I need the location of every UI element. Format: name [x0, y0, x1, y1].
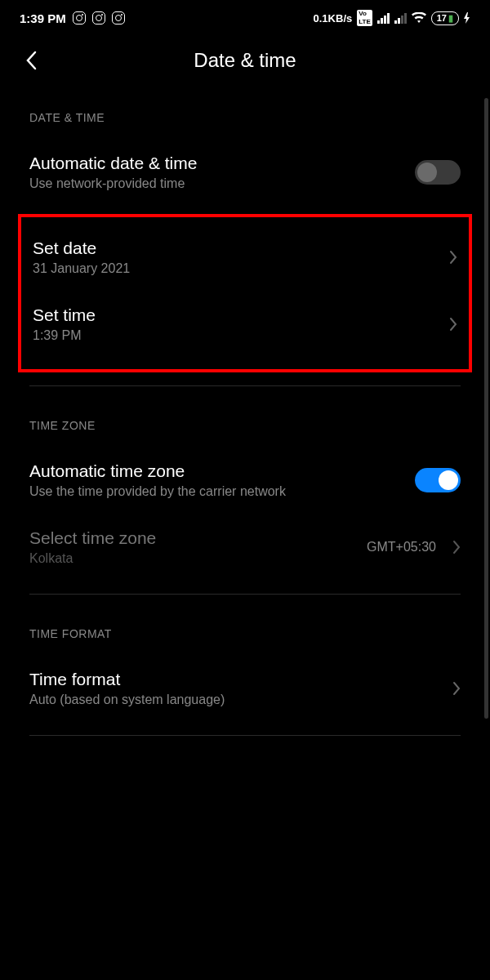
time-format-title: Time format	[29, 670, 443, 689]
section-header-datetime: DATE & TIME	[29, 91, 461, 139]
row-auto-datetime[interactable]: Automatic date & time Use network-provid…	[29, 139, 461, 206]
tz-value: GMT+05:30	[367, 540, 436, 555]
row-text: Automatic time zone Use the time provide…	[29, 461, 415, 499]
chevron-right-icon	[452, 540, 461, 555]
chevron-right-icon	[449, 317, 457, 332]
chevron-right-icon	[452, 681, 461, 696]
charging-icon	[464, 12, 470, 24]
row-text: Automatic date & time Use network-provid…	[29, 154, 415, 191]
status-left: 1:39 PM	[20, 11, 125, 25]
divider	[29, 594, 461, 595]
set-time-title: Set time	[33, 305, 439, 325]
scrollbar-thumb[interactable]	[484, 98, 488, 719]
scrollbar[interactable]	[484, 98, 488, 727]
data-rate: 0.1KB/s	[314, 12, 353, 24]
section-header-timezone: TIME ZONE	[29, 399, 461, 447]
auto-datetime-toggle[interactable]	[415, 160, 461, 185]
wifi-icon	[412, 12, 426, 24]
row-right: GMT+05:30	[367, 540, 461, 555]
row-time-format[interactable]: Time format Auto (based on system langua…	[29, 655, 461, 722]
auto-timezone-sub: Use the time provided by the carrier net…	[29, 484, 415, 499]
page-header: Date & time	[0, 33, 490, 91]
divider	[29, 735, 461, 736]
signal-icon	[377, 13, 390, 24]
instagram-icon	[92, 11, 105, 24]
auto-timezone-title: Automatic time zone	[29, 461, 415, 481]
status-time: 1:39 PM	[20, 11, 66, 25]
status-bar: 1:39 PM 0.1KB/s VoLTE 17▮	[0, 0, 490, 33]
auto-timezone-toggle[interactable]	[415, 468, 461, 492]
select-tz-sub: Kolkata	[29, 551, 367, 566]
status-right: 0.1KB/s VoLTE 17▮	[314, 10, 470, 26]
battery-icon: 17▮	[431, 11, 459, 25]
row-text: Set date 31 January 2021	[33, 238, 439, 276]
row-text: Time format Auto (based on system langua…	[29, 670, 443, 707]
instagram-icon	[73, 11, 86, 24]
select-tz-title: Select time zone	[29, 528, 367, 548]
page-title: Date & time	[194, 49, 296, 72]
auto-datetime-sub: Use network-provided time	[29, 176, 415, 191]
row-select-timezone: Select time zone Kolkata GMT+05:30	[29, 514, 461, 581]
set-date-sub: 31 January 2021	[33, 261, 439, 276]
battery-fill-icon: ▮	[448, 13, 453, 24]
set-time-sub: 1:39 PM	[33, 328, 439, 343]
section-header-format: TIME FORMAT	[29, 608, 461, 655]
time-format-sub: Auto (based on system language)	[29, 693, 443, 707]
set-date-title: Set date	[33, 238, 439, 258]
volte-icon: VoLTE	[357, 10, 372, 26]
chevron-right-icon	[449, 250, 457, 265]
row-set-time[interactable]: Set time 1:39 PM	[33, 291, 457, 358]
row-text: Select time zone Kolkata	[29, 528, 367, 566]
back-button[interactable]	[20, 49, 42, 72]
signal-icon-2	[394, 13, 407, 24]
row-auto-timezone[interactable]: Automatic time zone Use the time provide…	[29, 447, 461, 514]
instagram-icon	[112, 11, 125, 24]
auto-datetime-title: Automatic date & time	[29, 154, 415, 173]
row-set-date[interactable]: Set date 31 January 2021	[33, 224, 457, 291]
content: DATE & TIME Automatic date & time Use ne…	[0, 91, 490, 736]
divider	[29, 385, 461, 386]
chevron-left-icon	[25, 51, 37, 70]
row-text: Set time 1:39 PM	[33, 305, 439, 343]
highlight-box: Set date 31 January 2021 Set time 1:39 P…	[18, 214, 472, 372]
